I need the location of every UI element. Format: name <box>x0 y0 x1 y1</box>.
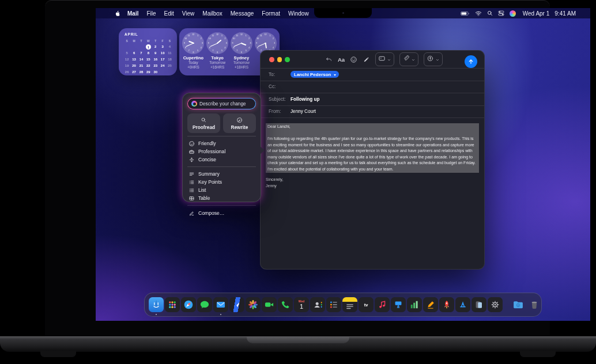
zoom-button[interactable] <box>285 57 290 62</box>
selected-text[interactable]: Dear Lanchi, I'm following up regarding … <box>266 123 479 173</box>
summary-menu-item[interactable]: Summary <box>187 170 256 178</box>
dock-item-numbers[interactable] <box>407 294 422 315</box>
mail-compose-window: Aa To: Lanchi Pederson <box>260 50 485 270</box>
rewrite-button[interactable]: Rewrite <box>223 113 256 133</box>
menubar-date[interactable]: Wed Apr 1 <box>523 10 550 17</box>
menu-item-format[interactable]: Format <box>258 10 284 17</box>
send-later-button[interactable] <box>424 52 443 66</box>
weekday-label: W <box>147 39 150 43</box>
emoji-icon[interactable] <box>350 56 357 63</box>
writing-tools-actions: ProofreadRewrite <box>187 113 256 133</box>
compose-toolbar: Aa <box>302 52 443 66</box>
recipient-token[interactable]: Lanchi Pederson <box>291 71 339 78</box>
calendar-day: 6 <box>131 51 137 56</box>
close-button[interactable] <box>269 57 274 62</box>
undo-icon[interactable] <box>325 56 333 63</box>
menu-item-mail[interactable]: Mail <box>123 10 142 17</box>
dock-item-messages[interactable] <box>197 294 212 315</box>
menu-bar-status: Wed Apr 1 9:41 AM <box>461 10 590 17</box>
settings-icon <box>488 297 503 312</box>
menu-item-file[interactable]: File <box>142 10 160 17</box>
dock-item-phone[interactable] <box>278 294 293 315</box>
key-points-menu-item[interactable]: Key Points <box>187 178 256 186</box>
calendar-widget[interactable]: APRIL SMTWTFS123456789101112131415161718… <box>119 28 177 75</box>
weekday-label: F <box>162 39 164 43</box>
calendar-day: 21 <box>138 63 144 69</box>
professional-menu-item[interactable]: Professional <box>187 147 256 156</box>
proofread-button[interactable]: Proofread <box>187 113 220 133</box>
svg-text:tv: tv <box>364 302 368 308</box>
dock-item-settings[interactable] <box>488 294 503 315</box>
menu-item-view[interactable]: View <box>178 10 199 17</box>
camera-icon <box>342 12 344 14</box>
writing-tools-icon[interactable] <box>363 56 370 63</box>
menu-item-message[interactable]: Message <box>227 10 258 17</box>
menubar-time[interactable]: 9:41 AM <box>554 10 576 17</box>
dock-item-safari[interactable] <box>181 294 196 315</box>
describe-change-input[interactable] <box>199 101 252 107</box>
battery-icon[interactable] <box>461 11 470 16</box>
dock-item-iphone-mirroring[interactable] <box>471 294 486 315</box>
subject-field[interactable]: Subject: Following up <box>261 93 484 105</box>
calendar-day: 8 <box>146 51 151 56</box>
tv-icon: tv <box>359 297 374 312</box>
calendar-day: 25 <box>167 63 172 69</box>
clock-city-label: Cupertino <box>183 55 203 60</box>
calendar-day: 23 <box>153 63 158 69</box>
messages-icon <box>197 297 212 312</box>
dock-item-reminders[interactable] <box>326 294 341 315</box>
concise-menu-item[interactable]: Concise <box>187 156 256 164</box>
menu-item-window[interactable]: Window <box>284 10 313 17</box>
send-button[interactable] <box>465 55 477 68</box>
describe-change-field[interactable] <box>187 98 256 109</box>
message-body[interactable]: Dear Lanchi, I'm following up regarding … <box>261 117 484 268</box>
dock-item-mail[interactable] <box>213 294 228 315</box>
list-menu-item[interactable]: List <box>187 186 256 194</box>
format-button[interactable]: Aa <box>338 56 345 63</box>
compose-menu-item[interactable]: Compose… <box>187 208 256 218</box>
spotlight-icon[interactable] <box>487 10 493 16</box>
dock-item-maps[interactable] <box>229 294 244 315</box>
photo-browser-button[interactable] <box>375 52 394 66</box>
calendar-day <box>138 44 144 50</box>
dock-item-notes[interactable] <box>342 294 357 315</box>
menu-item-mailbox[interactable]: Mailbox <box>198 10 226 17</box>
dock-item-appstore[interactable] <box>455 294 470 315</box>
to-field[interactable]: To: Lanchi Pederson <box>261 68 484 81</box>
dock-item-pages[interactable] <box>423 294 438 315</box>
attach-file-button[interactable] <box>399 52 418 66</box>
dock-item-facetime[interactable] <box>262 294 277 315</box>
dock-item-trash[interactable] <box>527 294 542 315</box>
dock-item-contacts[interactable] <box>310 294 325 315</box>
friendly-menu-item[interactable]: Friendly <box>187 139 256 147</box>
dock-item-keynote[interactable] <box>391 294 406 315</box>
siri-icon[interactable] <box>510 10 516 17</box>
dock-item-downloads[interactable] <box>511 294 526 315</box>
table-menu-item[interactable]: Table <box>187 194 256 202</box>
calendar-day: 30 <box>153 70 158 75</box>
dock-item-launchpad[interactable] <box>165 294 180 315</box>
calendar-icon: Wed1 <box>294 297 309 312</box>
dock-item-calendar[interactable]: Wed1 <box>294 294 309 315</box>
cc-field[interactable]: Cc: <box>261 81 484 93</box>
dock-item-finder[interactable] <box>149 294 164 315</box>
wifi-icon[interactable] <box>475 11 482 16</box>
writing-tools-popup: ProofreadRewrite FriendlyProfessionalCon… <box>182 93 261 202</box>
desktop-wallpaper: MailFileEditViewMailboxMessageFormatWind… <box>96 8 590 321</box>
laptop-lid: MailFileEditViewMailboxMessageFormatWind… <box>45 0 550 336</box>
control-center-icon[interactable] <box>498 10 504 16</box>
minimize-button[interactable] <box>277 57 282 62</box>
dock-item-music[interactable] <box>375 294 390 315</box>
from-field[interactable]: From: Jenny Court <box>261 105 484 118</box>
divider <box>187 136 256 136</box>
trash-icon <box>527 297 542 312</box>
cc-label: Cc: <box>269 84 291 89</box>
dock-item-games[interactable] <box>439 294 454 315</box>
apple-menu-icon[interactable] <box>115 10 121 17</box>
downloads-icon <box>511 297 526 312</box>
dock-item-photos[interactable] <box>246 294 261 315</box>
mail-icon <box>213 297 228 312</box>
menu-item-edit[interactable]: Edit <box>160 10 178 17</box>
calendar-day: 10 <box>160 51 165 56</box>
dock-item-tv[interactable]: tv <box>359 294 374 315</box>
